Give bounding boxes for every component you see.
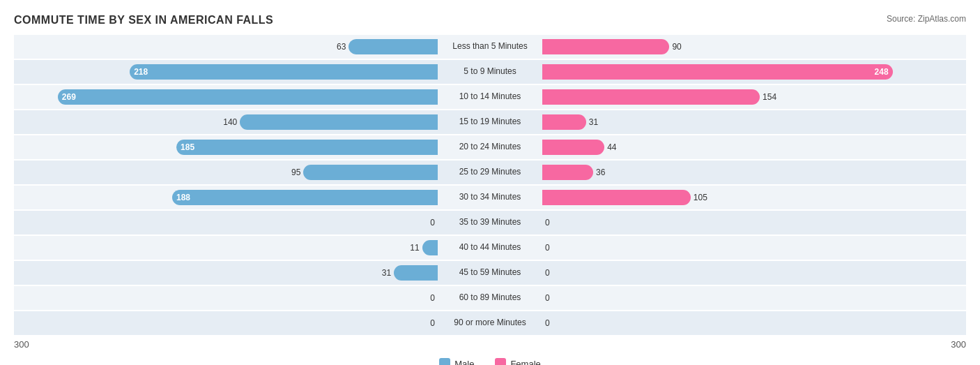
male-value: 140 [223,117,237,127]
row-label: 35 to 39 Minutes [459,217,521,227]
row-label: 40 to 44 Minutes [459,242,521,252]
male-bar [394,265,438,281]
axis-right: 300 [951,339,966,350]
male-bar: 185 [176,140,438,155]
row-label: 15 to 19 Minutes [459,117,521,126]
female-value: 36 [596,167,605,177]
male-bar [349,39,438,54]
male-value: 95 [291,167,300,177]
female-bar [542,165,593,180]
chart-row: 40 to 44 Minutes110 [14,236,966,260]
legend-female: Female [495,358,540,365]
female-bar [542,190,691,205]
male-value: 0 [430,218,435,228]
chart-title: COMMUTE TIME BY SEX IN AMERICAN FALLS [14,14,966,27]
chart-row: 90 or more Minutes00 [14,311,966,335]
chart-container: COMMUTE TIME BY SEX IN AMERICAN FALLS So… [0,0,980,365]
female-bar [542,39,669,54]
male-value: 269 [58,92,80,102]
chart-row: 30 to 34 Minutes188105 [14,186,966,209]
row-label: 60 to 89 Minutes [459,292,521,302]
row-label: 90 or more Minutes [454,318,526,327]
male-value: 31 [382,268,391,278]
male-bar: 188 [172,190,438,205]
row-label: 25 to 29 Minutes [459,167,521,177]
female-value: 0 [545,318,550,328]
chart-row: 60 to 89 Minutes00 [14,286,966,310]
male-bar [422,240,438,255]
legend-female-label: Female [510,359,540,366]
row-label: 30 to 34 Minutes [459,192,521,202]
female-value: 44 [607,142,616,152]
male-value: 218 [130,67,152,77]
female-value: 154 [763,92,776,102]
female-value: 31 [589,117,598,127]
female-value: 105 [694,193,707,202]
female-bar [542,140,604,155]
chart-row: 45 to 59 Minutes310 [14,261,966,285]
male-value: 0 [430,293,435,303]
legend-male: Male [439,358,474,365]
male-value: 0 [430,318,435,328]
chart-row: 35 to 39 Minutes00 [14,211,966,234]
male-bar: 269 [58,89,438,105]
legend-female-box [495,358,506,365]
chart-row: Less than 5 Minutes6390 [14,35,966,59]
chart-row: 15 to 19 Minutes14031 [14,110,966,134]
female-bar [542,89,760,105]
row-label: Less than 5 Minutes [452,41,527,51]
legend-male-label: Male [454,359,474,366]
male-value: 185 [176,142,199,152]
male-bar [240,114,438,130]
chart-area: Less than 5 Minutes63905 to 9 Minutes218… [14,35,966,335]
male-bar [303,165,438,180]
row-label: 10 to 14 Minutes [459,91,521,101]
female-value: 0 [545,293,550,303]
axis-left: 300 [14,339,29,350]
axis-labels: 300 300 [14,336,966,352]
female-value: 0 [545,243,550,253]
chart-row: 10 to 14 Minutes269154 [14,85,966,109]
female-value: 90 [672,42,681,52]
chart-row: 25 to 29 Minutes9536 [14,161,966,184]
chart-row: 5 to 9 Minutes218248 [14,60,966,84]
legend-male-box [439,358,450,365]
row-label: 5 to 9 Minutes [464,66,516,76]
male-bar: 218 [130,64,438,80]
source-label: Source: ZipAtlas.com [887,14,966,24]
male-value: 11 [410,243,419,253]
female-value: 248 [871,67,893,77]
female-bar [542,114,586,130]
female-value: 0 [545,218,550,228]
chart-row: 20 to 24 Minutes18544 [14,135,966,159]
male-value: 188 [172,193,194,202]
row-label: 45 to 59 Minutes [459,267,521,277]
row-label: 20 to 24 Minutes [459,142,521,151]
legend: Male Female [14,358,966,365]
female-value: 0 [545,268,550,278]
female-bar: 248 [542,64,893,80]
male-value: 63 [337,42,346,52]
